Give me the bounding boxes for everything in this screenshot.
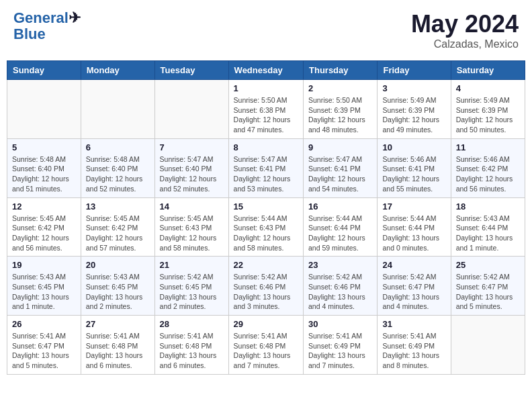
day-info: Sunrise: 5:43 AM Sunset: 6:45 PM Dayligh… — [86, 272, 150, 312]
calendar-table: SundayMondayTuesdayWednesdayThursdayFrid… — [7, 60, 525, 375]
day-number: 3 — [382, 83, 445, 93]
day-info: Sunrise: 5:50 AM Sunset: 6:39 PM Dayligh… — [308, 95, 372, 135]
day-number: 23 — [308, 260, 372, 270]
logo-text: General✈ — [13, 10, 81, 26]
day-info: Sunrise: 5:42 AM Sunset: 6:45 PM Dayligh… — [160, 272, 224, 312]
day-number: 22 — [234, 260, 298, 270]
location: Calzadas, Mexico — [411, 38, 519, 50]
day-info: Sunrise: 5:41 AM Sunset: 6:48 PM Dayligh… — [234, 331, 298, 371]
calendar-cell: 5Sunrise: 5:48 AM Sunset: 6:40 PM Daylig… — [7, 138, 81, 197]
calendar-cell: 6Sunrise: 5:48 AM Sunset: 6:40 PM Daylig… — [81, 138, 154, 197]
weekday-header-monday: Monday — [81, 61, 154, 80]
calendar-cell — [154, 80, 228, 139]
day-info: Sunrise: 5:44 AM Sunset: 6:44 PM Dayligh… — [308, 214, 372, 253]
calendar-cell: 21Sunrise: 5:42 AM Sunset: 6:45 PM Dayli… — [154, 257, 228, 316]
day-info: Sunrise: 5:45 AM Sunset: 6:43 PM Dayligh… — [160, 214, 224, 253]
calendar-cell: 27Sunrise: 5:41 AM Sunset: 6:48 PM Dayli… — [81, 316, 154, 375]
day-info: Sunrise: 5:49 AM Sunset: 6:39 PM Dayligh… — [456, 95, 520, 135]
day-number: 18 — [456, 201, 520, 212]
calendar-cell: 25Sunrise: 5:42 AM Sunset: 6:47 PM Dayli… — [451, 257, 525, 316]
day-number: 12 — [12, 201, 76, 212]
day-number: 11 — [456, 142, 520, 152]
day-number: 1 — [234, 83, 298, 93]
weekday-header-tuesday: Tuesday — [154, 61, 228, 80]
day-number: 13 — [86, 201, 150, 212]
calendar-cell: 16Sunrise: 5:44 AM Sunset: 6:44 PM Dayli… — [304, 197, 378, 257]
weekday-header-thursday: Thursday — [304, 61, 378, 80]
weekday-header-saturday: Saturday — [451, 61, 525, 80]
weekday-header-wednesday: Wednesday — [228, 61, 303, 80]
calendar-cell: 15Sunrise: 5:44 AM Sunset: 6:43 PM Dayli… — [228, 197, 303, 257]
calendar-cell — [7, 80, 81, 139]
weekday-header-row: SundayMondayTuesdayWednesdayThursdayFrid… — [7, 61, 525, 80]
day-number: 4 — [456, 83, 520, 93]
day-info: Sunrise: 5:45 AM Sunset: 6:42 PM Dayligh… — [86, 214, 150, 253]
day-number: 2 — [308, 83, 372, 93]
calendar-cell: 13Sunrise: 5:45 AM Sunset: 6:42 PM Dayli… — [81, 197, 154, 257]
calendar-cell: 26Sunrise: 5:41 AM Sunset: 6:47 PM Dayli… — [7, 316, 81, 375]
day-info: Sunrise: 5:41 AM Sunset: 6:49 PM Dayligh… — [382, 331, 445, 371]
page-header: General✈ Blue May 2024 Calzadas, Mexico — [7, 7, 525, 54]
day-info: Sunrise: 5:42 AM Sunset: 6:47 PM Dayligh… — [456, 272, 520, 312]
day-number: 29 — [234, 319, 298, 329]
day-number: 26 — [12, 319, 76, 329]
calendar-cell: 8Sunrise: 5:47 AM Sunset: 6:41 PM Daylig… — [228, 138, 303, 197]
day-number: 27 — [86, 319, 150, 329]
day-info: Sunrise: 5:48 AM Sunset: 6:40 PM Dayligh… — [86, 154, 150, 194]
day-info: Sunrise: 5:47 AM Sunset: 6:41 PM Dayligh… — [308, 154, 372, 194]
calendar-cell: 11Sunrise: 5:46 AM Sunset: 6:42 PM Dayli… — [451, 138, 525, 197]
day-info: Sunrise: 5:42 AM Sunset: 6:46 PM Dayligh… — [234, 272, 298, 312]
day-info: Sunrise: 5:41 AM Sunset: 6:48 PM Dayligh… — [160, 331, 224, 371]
day-info: Sunrise: 5:43 AM Sunset: 6:45 PM Dayligh… — [12, 272, 76, 312]
day-number: 28 — [160, 319, 224, 329]
day-info: Sunrise: 5:46 AM Sunset: 6:41 PM Dayligh… — [382, 154, 445, 194]
day-info: Sunrise: 5:50 AM Sunset: 6:38 PM Dayligh… — [234, 95, 298, 135]
calendar-cell: 31Sunrise: 5:41 AM Sunset: 6:49 PM Dayli… — [378, 316, 451, 375]
calendar-cell — [81, 80, 154, 139]
calendar-cell: 30Sunrise: 5:41 AM Sunset: 6:49 PM Dayli… — [304, 316, 378, 375]
day-number: 5 — [12, 142, 76, 152]
day-number: 9 — [308, 142, 372, 152]
calendar-cell: 17Sunrise: 5:44 AM Sunset: 6:44 PM Dayli… — [378, 197, 451, 257]
logo: General✈ Blue — [13, 10, 81, 42]
day-info: Sunrise: 5:47 AM Sunset: 6:41 PM Dayligh… — [234, 154, 298, 194]
calendar-cell: 18Sunrise: 5:43 AM Sunset: 6:44 PM Dayli… — [451, 197, 525, 257]
month-year: May 2024 — [411, 10, 519, 38]
day-number: 30 — [308, 319, 372, 329]
day-number: 14 — [160, 201, 224, 212]
month-title: May 2024 Calzadas, Mexico — [411, 10, 519, 50]
calendar-cell: 24Sunrise: 5:42 AM Sunset: 6:47 PM Dayli… — [378, 257, 451, 316]
logo-text2: Blue — [13, 26, 81, 42]
calendar-cell: 22Sunrise: 5:42 AM Sunset: 6:46 PM Dayli… — [228, 257, 303, 316]
calendar-week-5: 26Sunrise: 5:41 AM Sunset: 6:47 PM Dayli… — [7, 316, 525, 375]
day-number: 16 — [308, 201, 372, 212]
day-info: Sunrise: 5:41 AM Sunset: 6:49 PM Dayligh… — [308, 331, 372, 371]
calendar-cell: 29Sunrise: 5:41 AM Sunset: 6:48 PM Dayli… — [228, 316, 303, 375]
day-info: Sunrise: 5:47 AM Sunset: 6:40 PM Dayligh… — [160, 154, 224, 194]
calendar-cell: 7Sunrise: 5:47 AM Sunset: 6:40 PM Daylig… — [154, 138, 228, 197]
day-number: 20 — [86, 260, 150, 270]
calendar-cell: 12Sunrise: 5:45 AM Sunset: 6:42 PM Dayli… — [7, 197, 81, 257]
day-number: 25 — [456, 260, 520, 270]
calendar-cell: 9Sunrise: 5:47 AM Sunset: 6:41 PM Daylig… — [304, 138, 378, 197]
day-number: 15 — [234, 201, 298, 212]
weekday-header-friday: Friday — [378, 61, 451, 80]
day-number: 24 — [382, 260, 445, 270]
calendar-cell: 2Sunrise: 5:50 AM Sunset: 6:39 PM Daylig… — [304, 80, 378, 139]
calendar-cell: 19Sunrise: 5:43 AM Sunset: 6:45 PM Dayli… — [7, 257, 81, 316]
day-info: Sunrise: 5:46 AM Sunset: 6:42 PM Dayligh… — [456, 154, 520, 194]
day-info: Sunrise: 5:44 AM Sunset: 6:44 PM Dayligh… — [382, 214, 445, 253]
calendar-cell: 4Sunrise: 5:49 AM Sunset: 6:39 PM Daylig… — [451, 80, 525, 139]
day-number: 17 — [382, 201, 445, 212]
day-info: Sunrise: 5:43 AM Sunset: 6:44 PM Dayligh… — [456, 214, 520, 253]
day-number: 21 — [160, 260, 224, 270]
day-info: Sunrise: 5:44 AM Sunset: 6:43 PM Dayligh… — [234, 214, 298, 253]
day-info: Sunrise: 5:42 AM Sunset: 6:46 PM Dayligh… — [308, 272, 372, 312]
day-info: Sunrise: 5:48 AM Sunset: 6:40 PM Dayligh… — [12, 154, 76, 194]
calendar-week-1: 1Sunrise: 5:50 AM Sunset: 6:38 PM Daylig… — [7, 80, 525, 139]
calendar-cell: 20Sunrise: 5:43 AM Sunset: 6:45 PM Dayli… — [81, 257, 154, 316]
day-number: 10 — [382, 142, 445, 152]
calendar-cell: 1Sunrise: 5:50 AM Sunset: 6:38 PM Daylig… — [228, 80, 303, 139]
calendar-cell — [451, 316, 525, 375]
calendar-cell: 14Sunrise: 5:45 AM Sunset: 6:43 PM Dayli… — [154, 197, 228, 257]
